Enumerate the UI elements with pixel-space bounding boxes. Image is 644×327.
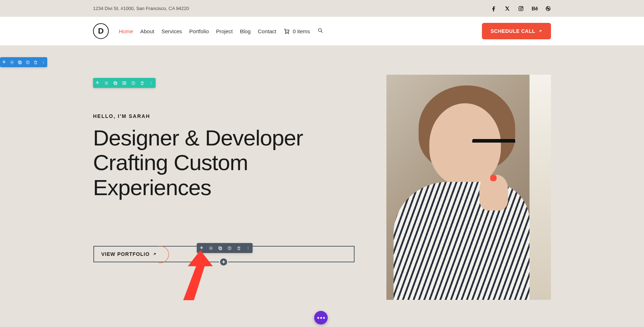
svg-point-14: [106, 82, 107, 83]
behance-icon[interactable]: Bē: [532, 6, 537, 11]
hero-headline: Designer & Developer Crafting Custom Exp…: [93, 125, 343, 200]
row-move-icon[interactable]: [93, 78, 102, 88]
nav-left-group: D Home About Services Portfolio Project …: [93, 23, 323, 39]
view-portfolio-button[interactable]: VIEW PORTFOLIO: [94, 247, 164, 262]
svg-point-13: [43, 63, 44, 64]
module-save-icon[interactable]: [225, 243, 234, 253]
svg-point-6: [318, 28, 321, 31]
module-delete-icon[interactable]: [234, 243, 243, 253]
nav-link-list: Home About Services Portfolio Project Bl…: [119, 28, 323, 35]
search-button[interactable]: [317, 28, 323, 35]
svg-point-11: [43, 61, 44, 61]
row-toolbar: [93, 78, 156, 88]
section-settings-icon[interactable]: [8, 57, 16, 67]
nav-link-home[interactable]: Home: [119, 28, 133, 34]
row-delete-icon[interactable]: [138, 78, 147, 88]
schedule-call-label: SCHEDULE CALL: [491, 28, 535, 34]
nav-link-portfolio[interactable]: Portfolio: [189, 28, 209, 34]
svg-point-4: [286, 33, 286, 34]
cart-count-label: 0 items: [293, 28, 310, 34]
svg-point-29: [248, 249, 248, 249]
address-text: 1234 Divi St. #1000, San Francisco, CA 9…: [93, 6, 189, 11]
row-columns-icon[interactable]: [120, 78, 129, 88]
cart-link[interactable]: 0 items: [283, 28, 310, 34]
row-more-icon[interactable]: [147, 78, 156, 88]
svg-point-7: [11, 61, 12, 63]
section-duplicate-icon[interactable]: [16, 57, 24, 67]
svg-rect-18: [125, 81, 126, 84]
svg-point-22: [151, 84, 152, 84]
social-icon-group: Bē: [491, 6, 551, 11]
svg-point-28: [248, 248, 248, 248]
row-settings-icon[interactable]: [102, 78, 111, 88]
svg-rect-24: [219, 247, 222, 250]
hero-eyebrow: HELLO, I'M SARAH: [93, 113, 343, 119]
view-portfolio-label: VIEW PORTFOLIO: [101, 251, 150, 257]
facebook-icon[interactable]: [491, 6, 497, 11]
x-twitter-icon[interactable]: [504, 6, 510, 11]
arrow-up-right-icon: [538, 29, 542, 33]
svg-rect-8: [19, 61, 21, 64]
arrow-up-right-icon: [152, 252, 157, 256]
svg-rect-17: [123, 81, 124, 84]
svg-point-21: [151, 83, 152, 83]
nav-link-blog[interactable]: Blog: [240, 28, 250, 34]
module-duplicate-icon[interactable]: [215, 243, 225, 253]
top-info-bar: 1234 Divi St. #1000, San Francisco, CA 9…: [0, 0, 644, 17]
cart-icon: [283, 28, 290, 34]
nav-link-contact[interactable]: Contact: [258, 28, 277, 34]
svg-point-12: [43, 62, 44, 63]
svg-rect-25: [219, 247, 221, 249]
row-duplicate-icon[interactable]: [111, 78, 120, 88]
module-toolbar: [197, 243, 253, 253]
svg-point-27: [248, 247, 248, 247]
svg-rect-9: [18, 61, 21, 63]
add-module-button[interactable]: +: [219, 257, 228, 267]
search-icon: [317, 28, 323, 34]
module-more-icon[interactable]: [243, 243, 253, 253]
section-toolbar: [0, 57, 47, 67]
svg-rect-15: [114, 82, 117, 85]
section-delete-icon[interactable]: [31, 57, 39, 67]
dribbble-icon[interactable]: [545, 6, 551, 11]
dots-icon: [317, 317, 325, 319]
svg-rect-16: [114, 81, 116, 84]
nav-link-services[interactable]: Services: [161, 28, 182, 34]
svg-point-5: [288, 33, 289, 34]
instagram-icon[interactable]: [518, 6, 524, 11]
main-navigation: D Home About Services Portfolio Project …: [0, 17, 644, 45]
site-logo[interactable]: D: [93, 23, 109, 39]
module-settings-icon[interactable]: [206, 243, 215, 253]
hero-text-column: HELLO, I'M SARAH Designer & Developer Cr…: [93, 70, 343, 200]
builder-fab-button[interactable]: [314, 311, 328, 324]
section-more-icon[interactable]: [39, 57, 47, 67]
hero-section: HELLO, I'M SARAH Designer & Developer Cr…: [0, 70, 644, 200]
schedule-call-button[interactable]: SCHEDULE CALL: [482, 23, 551, 39]
svg-point-20: [151, 81, 152, 82]
svg-point-2: [522, 7, 522, 7]
svg-point-23: [210, 247, 211, 248]
nav-link-about[interactable]: About: [140, 28, 154, 34]
section-save-icon[interactable]: [24, 57, 31, 67]
nav-link-project[interactable]: Project: [216, 28, 233, 34]
module-move-icon[interactable]: [197, 243, 206, 253]
hero-image: [386, 75, 551, 300]
row-save-icon[interactable]: [129, 78, 138, 88]
svg-point-1: [520, 8, 522, 9]
section-move-icon[interactable]: [0, 57, 8, 67]
